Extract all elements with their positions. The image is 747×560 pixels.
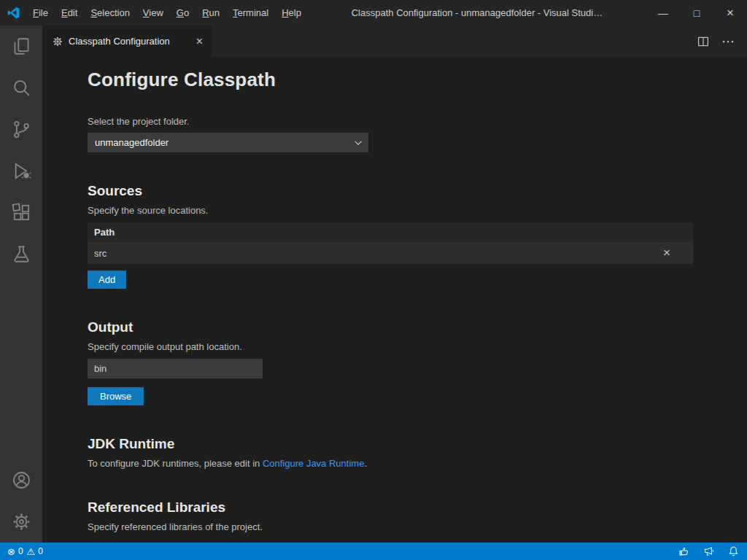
- source-control-icon[interactable]: [0, 109, 42, 150]
- title-bar: File Edit Selection View Go Run Terminal…: [0, 0, 747, 26]
- configure-java-runtime-link[interactable]: Configure Java Runtime: [263, 458, 364, 469]
- menu-terminal[interactable]: Terminal: [226, 0, 275, 26]
- project-folder-selected-value: unmanagedfolder: [95, 137, 169, 148]
- classpath-tab-icon: [52, 36, 63, 47]
- window-title: Classpath Configuration - unmanagedfolde…: [308, 7, 646, 18]
- tab-classpath-configuration[interactable]: Classpath Configuration ×: [42, 26, 212, 57]
- run-debug-icon[interactable]: [0, 150, 42, 192]
- minimize-button[interactable]: —: [646, 0, 680, 26]
- menu-run[interactable]: Run: [196, 0, 226, 26]
- page-title: Configure Classpath: [88, 69, 693, 91]
- activity-bar: [0, 26, 42, 542]
- browse-output-button[interactable]: Browse: [88, 387, 144, 405]
- warning-count: 0: [38, 546, 43, 556]
- window-controls: — □ ×: [646, 0, 747, 26]
- search-icon[interactable]: [0, 67, 42, 109]
- referenced-libraries-heading: Referenced Libraries: [88, 499, 693, 516]
- warning-icon: ⚠: [27, 546, 36, 557]
- problems-status[interactable]: ⊗ 0 ⚠ 0: [7, 546, 43, 557]
- status-bar: ⊗ 0 ⚠ 0: [0, 542, 747, 560]
- settings-gear-icon[interactable]: [0, 501, 42, 542]
- path-column-header: Path: [94, 227, 115, 238]
- tab-close-icon[interactable]: ×: [194, 35, 205, 48]
- source-path-row[interactable]: src ×: [88, 242, 693, 264]
- tab-bar: Classpath Configuration × ⋯: [42, 26, 747, 57]
- menu-file[interactable]: File: [26, 0, 55, 26]
- classpath-configuration-page: Configure Classpath Select the project f…: [42, 57, 747, 542]
- remove-source-icon[interactable]: ×: [660, 246, 686, 260]
- chevron-down-icon: [354, 139, 363, 147]
- project-folder-select[interactable]: unmanagedfolder: [88, 133, 368, 152]
- announcement-megaphone-icon[interactable]: [703, 545, 715, 558]
- extensions-icon[interactable]: [0, 192, 42, 233]
- jdk-runtime-heading: JDK Runtime: [88, 436, 693, 452]
- jdk-text-prefix: To configure JDK runtimes, please edit i…: [88, 458, 263, 469]
- notifications-bell-icon[interactable]: [727, 545, 740, 558]
- main-region: Classpath Configuration × ⋯ Configure Cl…: [0, 26, 747, 542]
- menu-bar: File Edit Selection View Go Run Terminal…: [26, 0, 308, 26]
- menu-help[interactable]: Help: [275, 0, 308, 26]
- split-editor-icon[interactable]: [697, 35, 710, 48]
- jdk-runtime-text: To configure JDK runtimes, please edit i…: [88, 458, 693, 469]
- sources-heading: Sources: [88, 183, 693, 199]
- menu-selection[interactable]: Selection: [84, 0, 136, 26]
- more-actions-icon[interactable]: ⋯: [721, 34, 735, 50]
- testing-icon[interactable]: [0, 233, 42, 275]
- referenced-libraries-description: Specify referenced libraries of the proj…: [88, 521, 693, 532]
- output-path-input[interactable]: [88, 359, 263, 378]
- close-window-button[interactable]: ×: [713, 0, 747, 26]
- jdk-text-suffix: .: [364, 458, 367, 469]
- sources-table: Path src ×: [88, 222, 693, 264]
- output-heading: Output: [88, 319, 693, 335]
- sources-description: Specify the source locations.: [88, 205, 693, 216]
- tab-label: Classpath Configuration: [69, 36, 170, 47]
- editor-actions: ⋯: [697, 26, 747, 57]
- explorer-icon[interactable]: [0, 26, 42, 67]
- maximize-button[interactable]: □: [680, 0, 713, 26]
- add-source-button[interactable]: Add: [88, 271, 126, 289]
- accounts-icon[interactable]: [0, 459, 42, 501]
- menu-edit[interactable]: Edit: [55, 0, 84, 26]
- project-folder-label: Select the project folder.: [88, 116, 693, 127]
- source-path-value: src: [94, 248, 107, 259]
- output-description: Specify compile output path location.: [88, 341, 693, 352]
- error-count: 0: [18, 546, 23, 556]
- error-icon: ⊗: [7, 546, 15, 557]
- editor-area: Classpath Configuration × ⋯ Configure Cl…: [42, 26, 747, 542]
- menu-go[interactable]: Go: [170, 0, 196, 26]
- feedback-thumbsup-icon[interactable]: [678, 545, 690, 558]
- menu-view[interactable]: View: [136, 0, 170, 26]
- vscode-logo-icon: [0, 6, 26, 20]
- status-bar-right: [678, 545, 740, 558]
- sources-table-header: Path: [88, 222, 693, 242]
